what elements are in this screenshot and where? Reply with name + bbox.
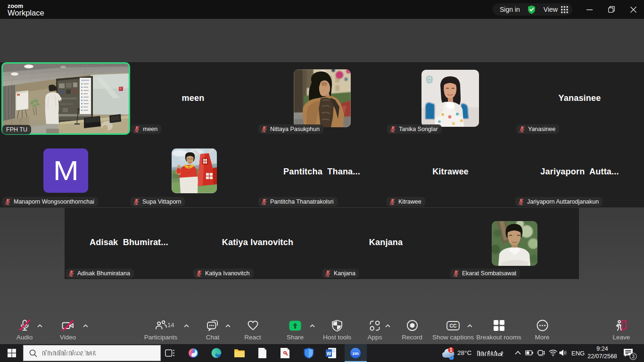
svg-text:1: 1: [450, 347, 453, 353]
svg-text:W: W: [327, 351, 331, 356]
svg-text:CC: CC: [449, 323, 457, 329]
svg-text:3: 3: [632, 354, 635, 359]
svg-text:zm: zm: [352, 351, 358, 356]
